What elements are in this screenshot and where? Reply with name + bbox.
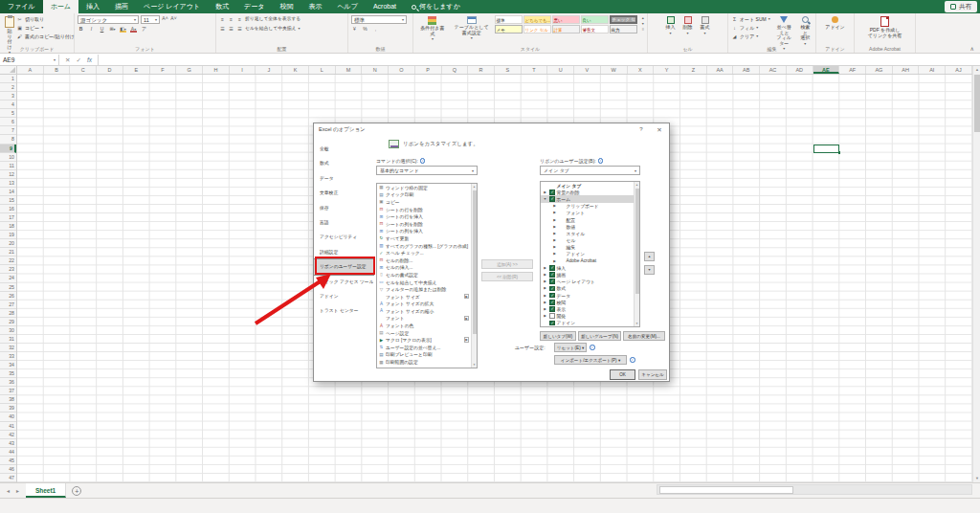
row-header-3[interactable]: 3 (0, 92, 16, 100)
checkbox-icon[interactable] (549, 190, 555, 195)
command-item[interactable]: ▶ マクロ [マクロの表示] ▶ (377, 336, 477, 344)
percent-button[interactable]: % (362, 26, 368, 33)
checkbox-icon[interactable] (549, 196, 555, 202)
gallery-down-icon[interactable]: ▾ (642, 21, 644, 26)
tree-item[interactable]: メイン タブ (541, 182, 639, 189)
scroll-down-icon[interactable]: ▼ (635, 322, 639, 325)
expander-icon[interactable]: ▶ (543, 294, 547, 298)
dialog-sidebar-item[interactable]: 文章校正 (314, 186, 373, 200)
command-item[interactable]: ↻ すべて更新 ▶ (377, 234, 477, 242)
tree-item[interactable]: ▶ 表示 (541, 305, 639, 312)
row-header-20[interactable]: 20 (0, 239, 16, 248)
command-item[interactable]: フォント サイズ ▶ (377, 293, 477, 301)
dialog-help-icon[interactable]: ? (635, 123, 648, 136)
dialog-sidebar-item[interactable]: クイック アクセス ツール バー (314, 275, 373, 289)
command-item[interactable]: ▣ コピー ▶ (377, 198, 477, 206)
expander-icon[interactable]: ▼ (543, 197, 547, 201)
command-item[interactable]: ⊟ シートの列を削除 ▶ (377, 220, 477, 228)
select-all-corner[interactable] (0, 66, 17, 75)
tree-item[interactable]: ▶ スタイル (541, 230, 639, 236)
row-header-35[interactable]: 35 (0, 369, 16, 378)
row-header-28[interactable]: 28 (0, 309, 16, 318)
tree-item[interactable]: ▶ Adobe Acrobat (541, 257, 639, 264)
formula-input[interactable] (99, 55, 980, 65)
ribbon-tab[interactable]: 数式 (208, 0, 236, 13)
dialog-sidebar-item[interactable]: トラスト センター (314, 303, 373, 318)
row-header-34[interactable]: 34 (0, 361, 16, 369)
horizontal-scrollbar[interactable] (657, 484, 972, 495)
gallery-up-icon[interactable]: ▴ (642, 15, 644, 20)
remove-button[interactable]: << 削除(R) (481, 272, 533, 281)
dialog-sidebar-item[interactable]: リボンのユーザー設定 (314, 259, 373, 274)
enter-entry-icon[interactable]: ✓ (76, 56, 80, 64)
column-header-AJ[interactable]: AJ (946, 66, 972, 74)
row-header-19[interactable]: 19 (0, 231, 16, 239)
ribbon-tab[interactable]: ホーム (43, 0, 78, 13)
merge-center-button[interactable]: セルを結合して中央揃え (245, 25, 296, 33)
ok-button[interactable]: OK (610, 369, 635, 380)
create-pdf-button[interactable]: PDF を作成してリンクを共有 (858, 15, 912, 39)
tree-item[interactable]: ▶ 配置 (541, 216, 639, 223)
expander-icon[interactable]: ▶ (552, 204, 557, 208)
vertical-scroll-thumb[interactable] (974, 75, 980, 132)
add-button[interactable]: 追加(A) >> (481, 259, 533, 269)
cell-style-chip[interactable]: 良い (581, 15, 609, 24)
column-header-C[interactable]: C (70, 66, 97, 74)
checkbox-icon[interactable] (549, 313, 555, 319)
selected-cell[interactable] (813, 145, 840, 153)
column-header-F[interactable]: F (150, 66, 177, 74)
ribbon-tab[interactable]: ヘルプ (329, 0, 366, 13)
column-header-W[interactable]: W (601, 66, 628, 74)
format-painter-button[interactable]: 🖌書式のコピー/貼り付け (16, 33, 75, 40)
expander-icon[interactable]: ▶ (552, 211, 557, 214)
row-header-11[interactable]: 11 (0, 162, 16, 170)
row-header-10[interactable]: 10 (0, 153, 16, 162)
command-item[interactable]: ▯ セルの書式設定 ▶ (377, 271, 477, 279)
column-header-Y[interactable]: Y (654, 66, 680, 74)
cell-style-chip[interactable]: 警告文 (581, 25, 609, 33)
tree-item[interactable]: ▶ 開発 (541, 313, 639, 320)
dialog-sidebar-item[interactable]: アドイン (314, 289, 373, 303)
dialog-sidebar-item[interactable]: 詳細設定 (314, 245, 373, 259)
align-top-icon[interactable]: ≡ (219, 16, 226, 23)
move-down-button[interactable]: ▼ (644, 265, 655, 275)
tree-item[interactable]: ▶ データ (541, 292, 639, 299)
cell-style-chip[interactable]: 悪い (552, 15, 580, 24)
scroll-down-icon[interactable]: ▼ (973, 475, 980, 482)
expander-icon[interactable]: ▶ (543, 279, 547, 283)
row-header-44[interactable]: 44 (0, 448, 16, 457)
expander-icon[interactable]: ▶ (543, 286, 547, 290)
row-header-39[interactable]: 39 (0, 404, 16, 413)
tree-item[interactable]: ▶ 数値 (541, 223, 639, 230)
underline-button[interactable]: U (99, 26, 105, 33)
column-header-AF[interactable]: AF (839, 66, 866, 74)
checkbox-icon[interactable] (549, 272, 555, 278)
cell-style-chip[interactable]: 標準 (495, 15, 523, 24)
column-header-AI[interactable]: AI (919, 66, 946, 74)
command-item[interactable]: A フォント サイズの拡大 ▶ (377, 301, 477, 308)
gallery-more-icon[interactable]: ≡ (642, 27, 644, 32)
row-header-13[interactable]: 13 (0, 179, 16, 188)
cell-style-chip[interactable]: メモ (495, 25, 523, 33)
expander-icon[interactable]: ▶ (552, 245, 557, 249)
next-sheet-icon[interactable]: ► (15, 488, 20, 494)
column-header-M[interactable]: M (336, 66, 363, 74)
column-header-AA[interactable]: AA (707, 66, 734, 74)
collapse-ribbon-icon[interactable]: ∧ (970, 45, 974, 52)
ribbon-tab[interactable]: データ (236, 0, 272, 13)
align-center-icon[interactable]: ☰ (228, 26, 234, 33)
import-export-button[interactable]: インポート/エクスポート(P) ▾ (554, 355, 627, 365)
row-header-18[interactable]: 18 (0, 222, 16, 231)
column-header-AH[interactable]: AH (893, 66, 920, 74)
row-header-27[interactable]: 27 (0, 301, 16, 309)
wrap-text-button[interactable]: 折り返して全体を表示する (245, 15, 301, 23)
ribbon-tab[interactable]: ファイル (0, 0, 43, 13)
bold-button[interactable]: B (78, 26, 84, 33)
command-item[interactable]: ▤ クイック印刷 ▶ (377, 191, 477, 199)
tree-item[interactable]: ▶ 校閲 (541, 299, 639, 305)
rename-button[interactable]: 名前の変更(M)... (623, 331, 665, 341)
scroll-thumb[interactable] (635, 189, 639, 294)
new-sheet-button[interactable]: + (72, 486, 81, 496)
choose-commands-dropdown[interactable]: 基本的なコマンド▾ (376, 166, 478, 175)
dialog-close-icon[interactable]: ✕ (652, 123, 667, 136)
